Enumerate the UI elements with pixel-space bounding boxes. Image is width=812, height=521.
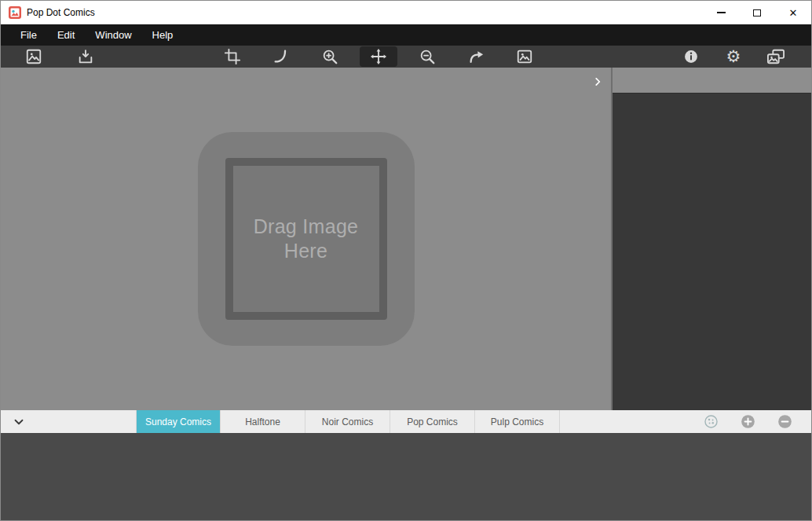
framed-image-icon — [25, 48, 42, 65]
redo-tool[interactable] — [463, 46, 488, 67]
bottom-panel — [1, 433, 811, 520]
app-logo-icon — [9, 6, 21, 19]
info-icon — [683, 49, 699, 64]
tab-actions — [702, 410, 811, 433]
crop-icon — [224, 48, 241, 65]
panel-toggle-button[interactable] — [591, 75, 605, 89]
framed-image-tool[interactable] — [21, 46, 46, 67]
preset-tabbar: Sunday Comics Halftone Noir Comics Pop C… — [1, 410, 811, 433]
move-tool[interactable] — [360, 46, 397, 67]
zoom-in-tool[interactable] — [317, 46, 342, 67]
image-tool[interactable] — [512, 46, 537, 67]
preset-tabs: Sunday Comics Halftone Noir Comics Pop C… — [136, 410, 560, 433]
minimize-icon — [717, 12, 726, 13]
maximize-button[interactable] — [739, 1, 775, 24]
image-stack-tool[interactable] — [763, 46, 788, 67]
menu-help[interactable]: Help — [142, 24, 184, 46]
side-panel — [611, 68, 811, 410]
settings-tool[interactable]: ⚙ — [721, 46, 746, 67]
tab-pop-comics[interactable]: Pop Comics — [390, 410, 475, 433]
plus-circle-icon — [740, 413, 756, 430]
menu-window[interactable]: Window — [85, 24, 141, 46]
dropzone-label: Drag Image Here — [243, 215, 369, 263]
close-button[interactable]: ✕ — [775, 1, 811, 24]
gear-icon: ⚙ — [726, 49, 741, 65]
minimize-button[interactable] — [703, 1, 739, 24]
menu-edit[interactable]: Edit — [47, 24, 85, 46]
halftone-dots-icon — [703, 413, 719, 430]
main-area: Drag Image Here — [1, 68, 811, 410]
image-stack-icon — [766, 48, 786, 65]
remove-preset-button[interactable] — [776, 413, 793, 431]
zoom-out-tool[interactable] — [415, 46, 440, 67]
move-icon — [370, 48, 387, 65]
crop-tool[interactable] — [220, 46, 245, 67]
zoom-in-icon — [321, 48, 338, 65]
add-preset-button[interactable] — [739, 413, 756, 431]
side-panel-header — [613, 68, 811, 94]
chevron-down-icon — [12, 415, 26, 429]
curve-icon — [272, 48, 290, 65]
curve-tool[interactable] — [269, 46, 294, 67]
menu-file[interactable]: File — [10, 24, 47, 46]
image-icon — [516, 48, 533, 65]
collapse-panel-button[interactable] — [9, 410, 29, 433]
import-image-icon — [77, 48, 94, 65]
side-panel-body — [613, 94, 811, 410]
redo-icon — [467, 48, 485, 65]
maximize-icon — [753, 9, 761, 17]
menubar: File Edit Window Help — [1, 24, 811, 46]
toolbar-right-group: ⚙ — [678, 46, 811, 67]
tab-halftone[interactable]: Halftone — [221, 410, 305, 433]
app-window: Pop Dot Comics ✕ File Edit Window Help — [0, 0, 812, 521]
close-icon: ✕ — [789, 8, 798, 18]
window-title: Pop Dot Comics — [27, 7, 95, 18]
canvas[interactable]: Drag Image Here — [1, 68, 611, 410]
titlebar: Pop Dot Comics ✕ — [1, 1, 811, 24]
chevron-right-icon — [592, 76, 603, 87]
tab-noir-comics[interactable]: Noir Comics — [305, 410, 390, 433]
window-controls: ✕ — [703, 1, 811, 24]
tab-sunday-comics[interactable]: Sunday Comics — [136, 410, 221, 433]
toolbar: ⚙ — [1, 46, 811, 68]
zoom-out-icon — [419, 48, 436, 65]
dropzone-frame: Drag Image Here — [225, 158, 387, 320]
minus-circle-icon — [777, 413, 793, 430]
info-tool[interactable] — [678, 46, 704, 67]
image-dropzone[interactable]: Drag Image Here — [198, 132, 415, 346]
toolbar-left-group — [21, 46, 98, 67]
tab-pulp-comics[interactable]: Pulp Comics — [475, 410, 560, 433]
toolbar-center-group — [220, 46, 537, 67]
import-image-tool[interactable] — [73, 46, 98, 67]
dots-preview-button[interactable] — [702, 413, 719, 431]
